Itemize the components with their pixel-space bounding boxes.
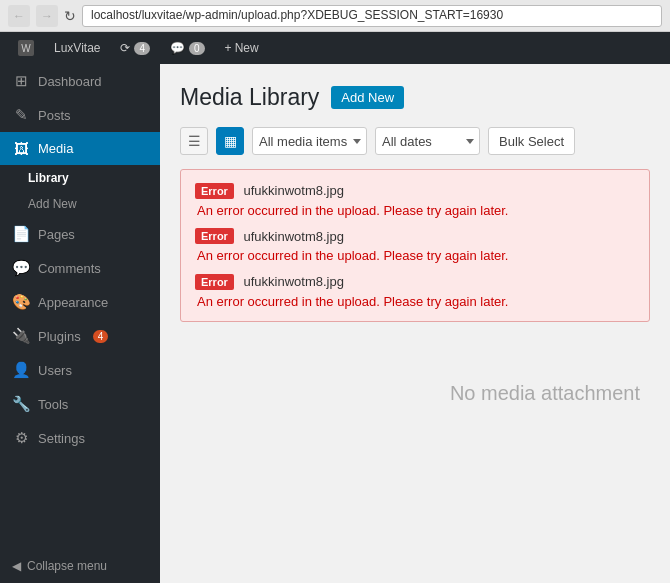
sidebar-item-appearance[interactable]: 🎨 Appearance bbox=[0, 285, 160, 319]
grid-view-button[interactable]: ▦ bbox=[216, 127, 244, 155]
sidebar-item-media[interactable]: 🖼 Media bbox=[0, 132, 160, 165]
sidebar-label-pages: Pages bbox=[38, 227, 75, 242]
error-message-1: An error occurred in the upload. Please … bbox=[197, 203, 635, 218]
sidebar-sub-item-add-new[interactable]: Add New bbox=[0, 191, 160, 217]
comments-icon: 💬 bbox=[12, 259, 30, 277]
admin-bar-site-icon[interactable]: W bbox=[8, 32, 44, 64]
media-type-filter[interactable]: All media items Images Audio Video Docum… bbox=[252, 127, 367, 155]
error-message-3: An error occurred in the upload. Please … bbox=[197, 294, 635, 309]
sidebar-item-tools[interactable]: 🔧 Tools bbox=[0, 387, 160, 421]
appearance-icon: 🎨 bbox=[12, 293, 30, 311]
error-label-2: Error bbox=[195, 228, 234, 244]
collapse-menu[interactable]: ◀ Collapse menu bbox=[0, 549, 160, 583]
add-new-button[interactable]: Add New bbox=[331, 86, 404, 109]
error-row-3: Error ufukkinwotm8.jpg An error occurred… bbox=[195, 273, 635, 309]
sidebar-item-settings[interactable]: ⚙ Settings bbox=[0, 421, 160, 455]
plugins-badge: 4 bbox=[93, 330, 109, 343]
sidebar-label-users: Users bbox=[38, 363, 72, 378]
error-row-2: Error ufukkinwotm8.jpg An error occurred… bbox=[195, 228, 635, 264]
error-box: Error ufukkinwotm8.jpg An error occurred… bbox=[180, 169, 650, 322]
sidebar-label-comments: Comments bbox=[38, 261, 101, 276]
sidebar-item-comments[interactable]: 💬 Comments bbox=[0, 251, 160, 285]
error-label-3: Error bbox=[195, 274, 234, 290]
sidebar: ⊞ Dashboard ✎ Posts 🖼 Media Library Add … bbox=[0, 64, 160, 583]
wp-admin-bar: W LuxVitae ⟳ 4 💬 0 + New bbox=[0, 32, 670, 64]
updates-count: 4 bbox=[134, 42, 150, 55]
sidebar-label-dashboard: Dashboard bbox=[38, 74, 102, 89]
admin-bar-comments[interactable]: 💬 0 bbox=[160, 32, 215, 64]
sidebar-item-posts[interactable]: ✎ Posts bbox=[0, 98, 160, 132]
posts-icon: ✎ bbox=[12, 106, 30, 124]
update-icon: ⟳ bbox=[120, 41, 130, 55]
collapse-menu-label: Collapse menu bbox=[27, 559, 107, 573]
library-label: Library bbox=[28, 171, 69, 185]
plugins-icon: 🔌 bbox=[12, 327, 30, 345]
error-row-1: Error ufukkinwotm8.jpg An error occurred… bbox=[195, 182, 635, 218]
new-label: New bbox=[235, 41, 259, 55]
sidebar-item-pages[interactable]: 📄 Pages bbox=[0, 217, 160, 251]
comments-count: 0 bbox=[189, 42, 205, 55]
admin-bar-updates[interactable]: ⟳ 4 bbox=[110, 32, 160, 64]
error-message-2: An error occurred in the upload. Please … bbox=[197, 248, 635, 263]
users-icon: 👤 bbox=[12, 361, 30, 379]
reload-button[interactable]: ↻ bbox=[64, 8, 76, 24]
content-area: Media Library Add New ☰ ▦ All media item… bbox=[160, 64, 670, 583]
list-view-button[interactable]: ☰ bbox=[180, 127, 208, 155]
error-filename-1: ufukkinwotm8.jpg bbox=[244, 183, 344, 198]
sidebar-label-appearance: Appearance bbox=[38, 295, 108, 310]
url-bar[interactable]: localhost/luxvitae/wp-admin/upload.php?X… bbox=[82, 5, 662, 27]
sidebar-label-posts: Posts bbox=[38, 108, 71, 123]
comment-icon: 💬 bbox=[170, 41, 185, 55]
error-filename-2: ufukkinwotm8.jpg bbox=[244, 229, 344, 244]
error-label-1: Error bbox=[195, 183, 234, 199]
sidebar-item-plugins[interactable]: 🔌 Plugins 4 bbox=[0, 319, 160, 353]
sidebar-label-tools: Tools bbox=[38, 397, 68, 412]
sidebar-label-plugins: Plugins bbox=[38, 329, 81, 344]
dashboard-icon: ⊞ bbox=[12, 72, 30, 90]
browser-bar: ← → ↻ localhost/luxvitae/wp-admin/upload… bbox=[0, 0, 670, 32]
wordpress-icon: W bbox=[18, 40, 34, 56]
sidebar-label-media: Media bbox=[38, 141, 73, 156]
forward-button[interactable]: → bbox=[36, 5, 58, 27]
sidebar-sub-item-library[interactable]: Library bbox=[0, 165, 160, 191]
back-button[interactable]: ← bbox=[8, 5, 30, 27]
sidebar-item-users[interactable]: 👤 Users bbox=[0, 353, 160, 387]
admin-bar-new[interactable]: + New bbox=[215, 32, 269, 64]
page-title: Media Library bbox=[180, 84, 319, 111]
date-filter[interactable]: All dates January 2024 bbox=[375, 127, 480, 155]
add-new-sub-label: Add New bbox=[28, 197, 77, 211]
error-filename-3: ufukkinwotm8.jpg bbox=[244, 274, 344, 289]
page-title-row: Media Library Add New bbox=[180, 84, 650, 111]
site-name-label: LuxVitae bbox=[54, 41, 100, 55]
sidebar-label-settings: Settings bbox=[38, 431, 85, 446]
sidebar-item-dashboard[interactable]: ⊞ Dashboard bbox=[0, 64, 160, 98]
bulk-select-button[interactable]: Bulk Select bbox=[488, 127, 575, 155]
settings-icon: ⚙ bbox=[12, 429, 30, 447]
tools-icon: 🔧 bbox=[12, 395, 30, 413]
pages-icon: 📄 bbox=[12, 225, 30, 243]
admin-bar-site-name[interactable]: LuxVitae bbox=[44, 32, 110, 64]
plus-icon: + bbox=[225, 41, 232, 55]
no-media-text: No media attachment bbox=[180, 382, 650, 405]
collapse-arrow-icon: ◀ bbox=[12, 559, 21, 573]
media-icon: 🖼 bbox=[12, 140, 30, 157]
toolbar-row: ☰ ▦ All media items Images Audio Video D… bbox=[180, 127, 650, 155]
main-layout: ⊞ Dashboard ✎ Posts 🖼 Media Library Add … bbox=[0, 64, 670, 583]
